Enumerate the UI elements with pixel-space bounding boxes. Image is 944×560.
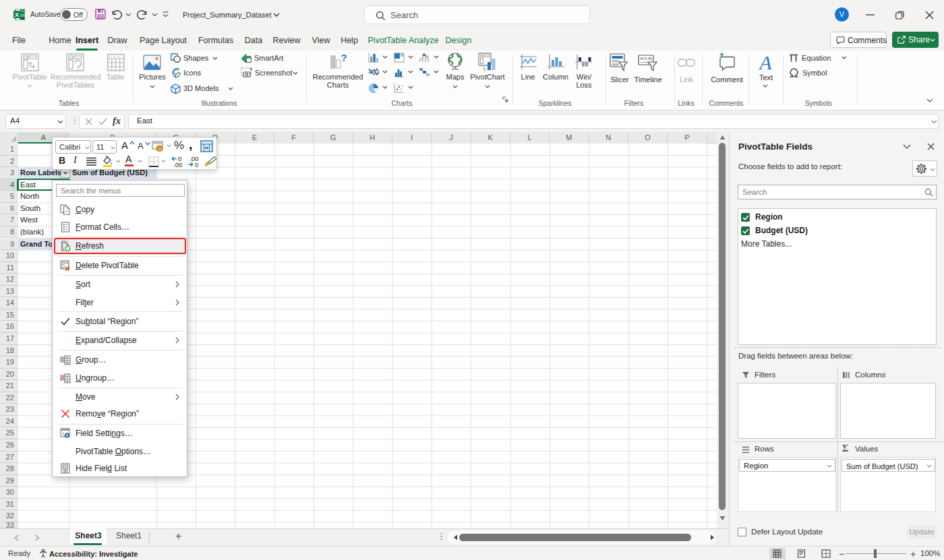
svg-text:X: X xyxy=(15,11,19,18)
svg-text:0: 0 xyxy=(195,161,198,168)
svg-text:?: ? xyxy=(341,53,347,63)
svg-text:.00: .00 xyxy=(173,161,182,168)
svg-text:A: A xyxy=(758,53,772,72)
